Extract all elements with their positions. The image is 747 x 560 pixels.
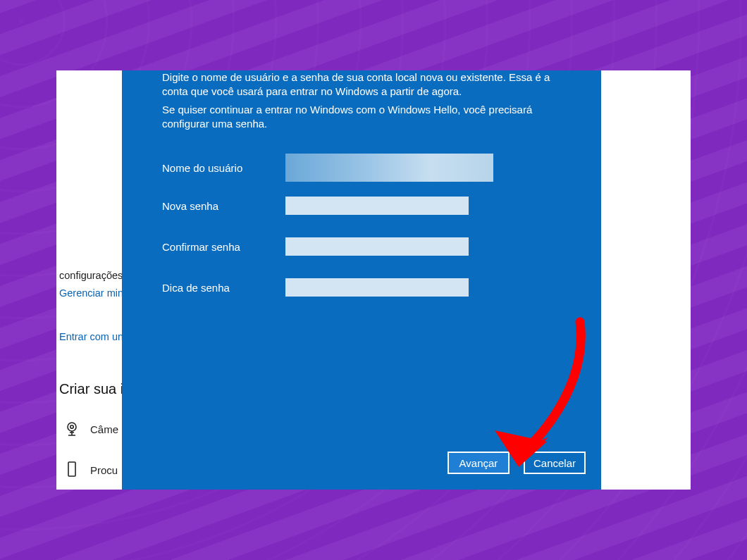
- dialog-paragraph-2: Se quiser continuar a entrar no Windows …: [162, 103, 559, 132]
- next-button[interactable]: Avançar: [447, 452, 510, 474]
- svg-point-1: [70, 425, 73, 428]
- password-hint-label: Dica de senha: [162, 282, 285, 294]
- manage-account-link[interactable]: Gerenciar min: [59, 287, 123, 299]
- camera-option-label: Câme: [90, 423, 118, 435]
- camera-option[interactable]: Câme: [63, 420, 118, 439]
- local-account-form: Nome do usuário Nova senha Confirmar sen…: [162, 158, 580, 318]
- browse-option-label: Procu: [90, 464, 118, 476]
- password-hint-field[interactable]: [285, 278, 469, 297]
- sign-in-local-link[interactable]: Entrar com un: [59, 331, 123, 342]
- config-label: configurações: [59, 270, 123, 281]
- local-account-dialog: Digite o nome de usuário e a senha de su…: [122, 70, 601, 490]
- cancel-button[interactable]: Cancelar: [524, 452, 586, 474]
- dialog-paragraph-1: Digite o nome de usuário e a senha de su…: [162, 70, 559, 99]
- browse-option[interactable]: Procu: [63, 461, 118, 480]
- camera-icon: [63, 420, 80, 439]
- new-password-field[interactable]: [285, 197, 469, 215]
- username-label: Nome do usuário: [162, 162, 285, 174]
- create-your-heading: Criar sua i: [59, 381, 123, 397]
- username-field[interactable]: [285, 154, 493, 182]
- confirm-password-field[interactable]: [285, 237, 469, 256]
- browse-icon: [63, 461, 80, 480]
- new-password-label: Nova senha: [162, 200, 285, 212]
- confirm-password-label: Confirmar senha: [162, 241, 285, 253]
- dialog-buttons: Avançar Cancelar: [447, 452, 586, 474]
- screenshot-area: configurações Gerenciar min Entrar com u…: [56, 70, 691, 490]
- svg-point-0: [68, 423, 76, 431]
- svg-rect-2: [68, 462, 75, 476]
